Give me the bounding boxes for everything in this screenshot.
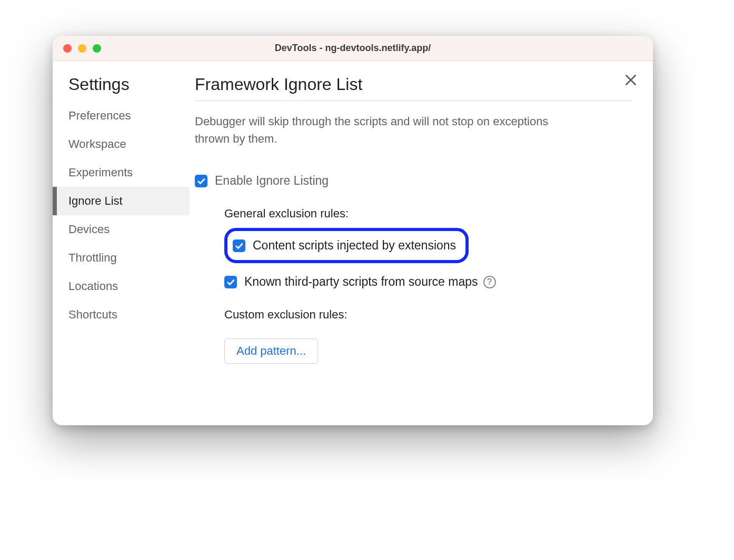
sidebar-item-experiments[interactable]: Experiments bbox=[53, 158, 190, 187]
help-icon[interactable]: ? bbox=[483, 276, 496, 288]
sidebar-item-label: Ignore List bbox=[68, 194, 123, 207]
sidebar-item-devices[interactable]: Devices bbox=[53, 215, 190, 244]
sidebar-item-label: Workspace bbox=[68, 137, 126, 151]
window-maximize-button[interactable] bbox=[93, 44, 101, 53]
window-body: Settings Preferences Workspace Experimen… bbox=[53, 61, 653, 425]
general-exclusion-heading: General exclusion rules: bbox=[224, 207, 632, 221]
main-panel: Framework Ignore List Debugger will skip… bbox=[190, 61, 653, 425]
traffic-lights bbox=[63, 44, 101, 53]
checkmark-icon bbox=[196, 176, 206, 186]
titlebar: DevTools - ng-devtools.netlify.app/ bbox=[53, 36, 653, 61]
window-close-button[interactable] bbox=[63, 44, 72, 53]
sidebar-item-locations[interactable]: Locations bbox=[53, 272, 190, 301]
sidebar-title: Settings bbox=[53, 75, 190, 102]
sidebar: Settings Preferences Workspace Experimen… bbox=[53, 61, 190, 425]
highlighted-rule: Content scripts injected by extensions bbox=[224, 228, 469, 263]
checkmark-icon bbox=[226, 277, 235, 287]
add-pattern-button[interactable]: Add pattern... bbox=[224, 338, 318, 364]
window-title: DevTools - ng-devtools.netlify.app/ bbox=[53, 43, 653, 54]
content-scripts-row: Content scripts injected by extensions bbox=[233, 235, 456, 256]
enable-ignore-listing-checkbox[interactable] bbox=[195, 175, 207, 187]
third-party-scripts-row: Known third-party scripts from source ma… bbox=[224, 272, 478, 292]
general-exclusion-rules: Content scripts injected by extensions K… bbox=[224, 228, 632, 292]
settings-window: DevTools - ng-devtools.netlify.app/ Sett… bbox=[53, 36, 653, 425]
content-scripts-checkbox[interactable] bbox=[233, 239, 245, 252]
sidebar-item-ignore-list[interactable]: Ignore List bbox=[53, 187, 190, 215]
third-party-scripts-checkbox[interactable] bbox=[224, 276, 237, 288]
close-icon[interactable] bbox=[623, 73, 638, 87]
sidebar-item-label: Throttling bbox=[68, 251, 117, 264]
sidebar-item-label: Shortcuts bbox=[68, 308, 117, 321]
enable-ignore-listing-row: Enable Ignore Listing bbox=[195, 171, 632, 191]
sidebar-item-workspace[interactable]: Workspace bbox=[53, 130, 190, 158]
page-description: Debugger will skip through the scripts a… bbox=[195, 113, 574, 147]
sidebar-item-preferences[interactable]: Preferences bbox=[53, 102, 190, 130]
third-party-scripts-row-wrap: Known third-party scripts from source ma… bbox=[224, 272, 632, 292]
checkmark-icon bbox=[234, 241, 244, 251]
sidebar-item-throttling[interactable]: Throttling bbox=[53, 244, 190, 272]
sidebar-item-label: Devices bbox=[68, 223, 110, 236]
window-minimize-button[interactable] bbox=[78, 44, 86, 53]
content-scripts-label: Content scripts injected by extensions bbox=[253, 238, 456, 253]
sidebar-item-label: Experiments bbox=[68, 166, 133, 179]
sidebar-item-shortcuts[interactable]: Shortcuts bbox=[53, 301, 190, 329]
sidebar-item-label: Preferences bbox=[68, 109, 131, 122]
page-title: Framework Ignore List bbox=[195, 75, 632, 101]
sidebar-item-label: Locations bbox=[68, 279, 118, 293]
enable-ignore-listing-label: Enable Ignore Listing bbox=[215, 174, 329, 188]
custom-exclusion-heading: Custom exclusion rules: bbox=[224, 308, 632, 322]
third-party-scripts-label: Known third-party scripts from source ma… bbox=[244, 275, 478, 289]
